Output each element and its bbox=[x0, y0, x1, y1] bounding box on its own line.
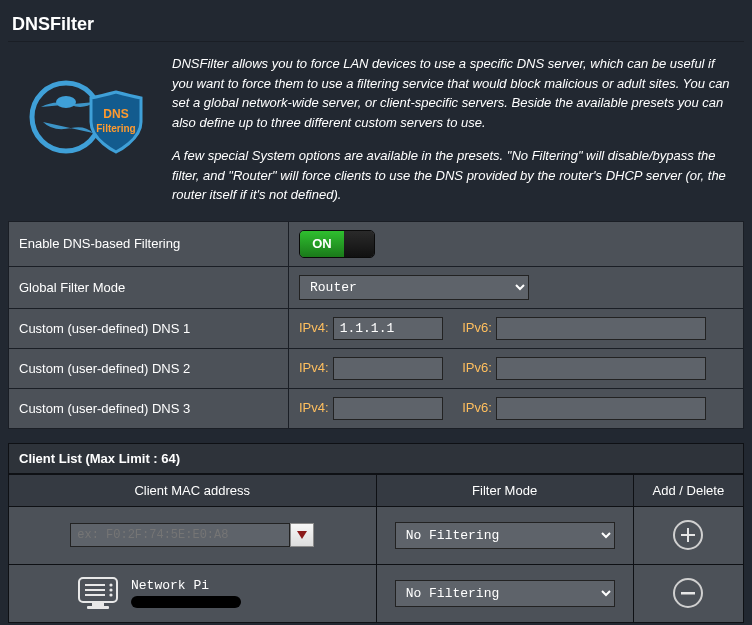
client-row: Network Pi No Filtering bbox=[9, 564, 744, 622]
minus-icon bbox=[680, 585, 696, 601]
global-filter-select[interactable]: Router bbox=[299, 275, 529, 300]
svg-point-1 bbox=[56, 96, 76, 108]
svg-point-11 bbox=[109, 593, 112, 596]
ipv6-label: IPv6: bbox=[462, 320, 492, 335]
intro-paragraph-1: DNSFilter allows you to force LAN device… bbox=[172, 54, 736, 132]
ipv4-label: IPv4: bbox=[299, 360, 329, 375]
client-mac-redacted bbox=[131, 596, 241, 608]
svg-rect-13 bbox=[87, 606, 109, 609]
client-list-header: Client List (Max Limit : 64) bbox=[8, 443, 744, 474]
dns3-ipv4-input[interactable] bbox=[333, 397, 443, 420]
toggle-knob bbox=[344, 231, 374, 257]
svg-marker-4 bbox=[297, 531, 307, 539]
ipv4-label: IPv4: bbox=[299, 320, 329, 335]
client-name: Network Pi bbox=[131, 578, 241, 593]
intro-section: DNS Filtering DNSFilter allows you to fo… bbox=[8, 42, 744, 221]
mac-dropdown-button[interactable] bbox=[290, 523, 314, 547]
dns1-ipv4-input[interactable] bbox=[333, 317, 443, 340]
dns2-ipv6-input[interactable] bbox=[496, 357, 706, 380]
add-button[interactable] bbox=[673, 520, 703, 550]
client-new-row: No Filtering bbox=[9, 506, 744, 564]
svg-text:DNS: DNS bbox=[103, 107, 128, 121]
client-list-table: Client MAC address Filter Mode Add / Del… bbox=[8, 474, 744, 623]
ipv4-label: IPv4: bbox=[299, 400, 329, 415]
dnsfilter-logo-icon: DNS Filtering bbox=[16, 54, 156, 162]
svg-text:Filtering: Filtering bbox=[96, 123, 135, 134]
custom-dns2-label: Custom (user-defined) DNS 2 bbox=[9, 348, 289, 388]
svg-point-9 bbox=[109, 583, 112, 586]
toggle-on-label: ON bbox=[300, 231, 344, 257]
client-filter-select[interactable]: No Filtering bbox=[395, 580, 615, 607]
mac-input[interactable] bbox=[70, 523, 290, 547]
page-title: DNSFilter bbox=[8, 8, 744, 42]
dns1-ipv6-input[interactable] bbox=[496, 317, 706, 340]
plus-icon bbox=[680, 527, 696, 543]
intro-paragraph-2: A few special System options are availab… bbox=[172, 146, 736, 205]
col-filter-header: Filter Mode bbox=[376, 474, 633, 506]
delete-button[interactable] bbox=[673, 578, 703, 608]
custom-dns1-label: Custom (user-defined) DNS 1 bbox=[9, 308, 289, 348]
chevron-down-icon bbox=[297, 531, 307, 539]
settings-table: Enable DNS-based Filtering ON Global Fil… bbox=[8, 221, 744, 429]
enable-filtering-toggle[interactable]: ON bbox=[299, 230, 375, 258]
dns2-ipv4-input[interactable] bbox=[333, 357, 443, 380]
device-icon bbox=[77, 576, 119, 610]
ipv6-label: IPv6: bbox=[462, 400, 492, 415]
global-filter-label: Global Filter Mode bbox=[9, 266, 289, 308]
col-mac-header: Client MAC address bbox=[9, 474, 377, 506]
svg-rect-12 bbox=[92, 602, 104, 606]
svg-rect-14 bbox=[681, 592, 695, 595]
custom-dns3-label: Custom (user-defined) DNS 3 bbox=[9, 388, 289, 428]
svg-point-10 bbox=[109, 588, 112, 591]
new-filter-select[interactable]: No Filtering bbox=[395, 522, 615, 549]
dns3-ipv6-input[interactable] bbox=[496, 397, 706, 420]
col-action-header: Add / Delete bbox=[633, 474, 743, 506]
enable-filtering-label: Enable DNS-based Filtering bbox=[9, 221, 289, 266]
ipv6-label: IPv6: bbox=[462, 360, 492, 375]
